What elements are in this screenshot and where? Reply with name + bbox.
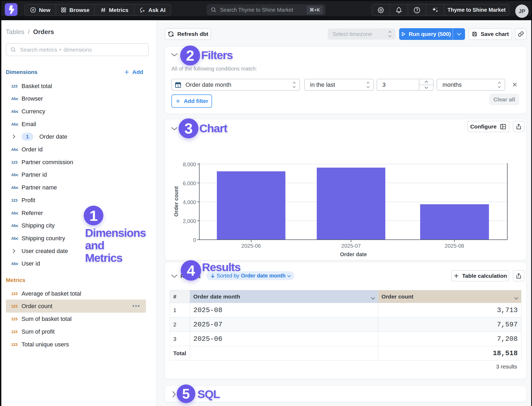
svg-text:Order count: Order count: [173, 186, 179, 217]
svg-text:8,000: 8,000: [183, 161, 196, 167]
svg-text:2025-07: 2025-07: [341, 243, 361, 249]
svg-text:Order date: Order date: [340, 251, 367, 257]
svg-text:2025-06: 2025-06: [241, 243, 261, 249]
svg-text:2025-08: 2025-08: [445, 243, 464, 249]
svg-text:6,000: 6,000: [183, 180, 196, 186]
svg-text:4,000: 4,000: [183, 199, 196, 205]
svg-text:0: 0: [193, 237, 196, 243]
svg-text:2,000: 2,000: [183, 218, 196, 224]
